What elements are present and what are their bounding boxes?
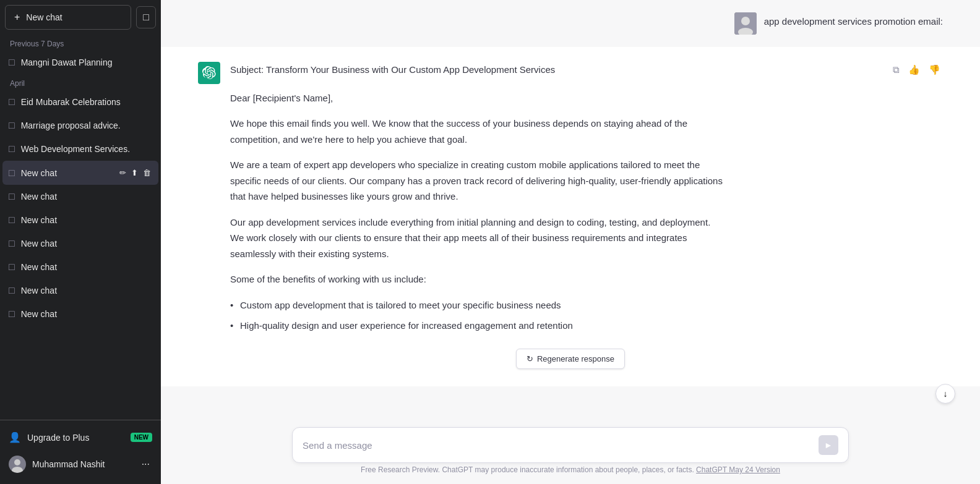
sidebar-item-newchat7[interactable]: □ New chat	[2, 302, 158, 326]
chat-bubble-icon: □	[9, 191, 15, 202]
sidebar-item-label: New chat	[21, 168, 112, 178]
sidebar-item-mangni[interactable]: □ Mangni Dawat Planning	[2, 51, 158, 74]
ai-subject-line: Subject: Transform Your Business with Ou…	[230, 62, 725, 78]
sidebar-bottom: 👤 Upgrade to Plus NEW Muhammad Nashit ··…	[0, 420, 161, 484]
message-input-container: ►	[292, 427, 849, 463]
disclaimer-link[interactable]: ChatGPT May 24 Version	[696, 465, 780, 474]
sidebar-item-label: New chat	[21, 215, 152, 225]
chat-bubble-icon: □	[9, 285, 15, 296]
chat-bubble-icon: □	[9, 143, 15, 155]
sidebar-item-webdev[interactable]: □ Web Development Services.	[2, 137, 158, 161]
chat-bubble-icon: □	[9, 238, 15, 249]
ai-bullet-item-1: Custom app development that is tailored …	[230, 297, 725, 313]
upgrade-label: Upgrade to Plus	[27, 433, 89, 443]
send-icon: ►	[824, 440, 833, 450]
svg-point-1	[14, 459, 20, 465]
svg-point-4	[741, 17, 750, 25]
ai-paragraph-1: We hope this email finds you well. We kn…	[230, 116, 725, 147]
ai-message-wrapper: Subject: Transform Your Business with Ou…	[161, 47, 980, 386]
ai-message-actions: ⧉ 👍 👎	[890, 62, 943, 78]
user-message: app development services promotion email…	[161, 0, 980, 47]
avatar	[9, 456, 26, 473]
regenerate-area: ↻ Regenerate response	[198, 339, 943, 371]
down-arrow-icon: ↓	[943, 389, 948, 399]
ai-message-row: Subject: Transform Your Business with Ou…	[198, 62, 943, 339]
user-menu-button[interactable]: ···	[139, 457, 152, 471]
delete-chat-button[interactable]: 🗑	[142, 167, 152, 179]
main-content: app development services promotion email…	[161, 0, 980, 484]
regenerate-button[interactable]: ↻ Regenerate response	[516, 349, 625, 369]
upgrade-to-plus-button[interactable]: 👤 Upgrade to Plus NEW	[2, 425, 158, 449]
username-label: Muhammad Nashit	[32, 459, 133, 469]
user-avatar	[734, 12, 757, 35]
section-label-previous7days: Previous 7 Days	[2, 35, 158, 51]
chat-bubble-icon: □	[9, 168, 15, 179]
sidebar: + New chat □ Previous 7 Days □ Mangni Da…	[0, 0, 161, 484]
thumbs-down-icon: 👎	[929, 64, 940, 75]
plus-icon: +	[14, 12, 20, 23]
user-message-text: app development services promotion email…	[764, 12, 943, 27]
sidebar-item-newchat4[interactable]: □ New chat	[2, 232, 158, 255]
thumbs-down-button[interactable]: 👎	[926, 62, 943, 78]
ai-bullet-item-2: High-quality design and user experience …	[230, 318, 725, 334]
message-input[interactable]	[303, 438, 814, 452]
ai-content: Subject: Transform Your Business with Ou…	[230, 62, 725, 339]
new-badge: NEW	[131, 433, 152, 442]
sidebar-item-label: Mangni Dawat Planning	[21, 57, 152, 67]
ai-salutation: Dear [Recipient's Name],	[230, 90, 725, 106]
sidebar-item-label: New chat	[21, 239, 152, 248]
input-area: ► Free Research Preview. ChatGPT may pro…	[161, 420, 980, 484]
copy-response-button[interactable]: ⧉	[890, 62, 902, 78]
sidebar-item-label: New chat	[21, 286, 152, 295]
chat-bubble-icon: □	[9, 120, 15, 131]
thumbs-up-button[interactable]: 👍	[906, 62, 922, 78]
sidebar-item-label: Eid Mubarak Celebrations	[21, 97, 152, 107]
new-chat-label: New chat	[26, 12, 62, 22]
chat-bubble-icon: □	[9, 96, 15, 108]
ai-paragraph-4: Some of the benefits of working with us …	[230, 271, 725, 287]
sidebar-item-newchat3[interactable]: □ New chat	[2, 208, 158, 232]
chat-area: app development services promotion email…	[161, 0, 980, 420]
user-icon: 👤	[9, 431, 21, 443]
sidebar-item-newchat6[interactable]: □ New chat	[2, 279, 158, 302]
layout-icon: □	[143, 12, 149, 23]
scroll-down-button[interactable]: ↓	[935, 384, 955, 404]
share-chat-button[interactable]: ⬆	[130, 167, 139, 179]
ai-paragraph-2: We are a team of expert app developers w…	[230, 157, 725, 205]
copy-icon: ⧉	[893, 64, 900, 75]
sidebar-top: + New chat □	[0, 0, 161, 35]
chat-bubble-icon: □	[9, 214, 15, 226]
new-chat-button[interactable]: + New chat	[5, 5, 131, 30]
edit-chat-button[interactable]: ✏	[118, 167, 127, 179]
chat-item-actions: ✏ ⬆ 🗑	[118, 167, 152, 179]
user-message-bubble: app development services promotion email…	[734, 12, 943, 35]
sidebar-item-newchat5[interactable]: □ New chat	[2, 255, 158, 279]
send-button[interactable]: ►	[819, 435, 838, 455]
chat-bubble-icon: □	[9, 261, 15, 273]
sidebar-item-marriage[interactable]: □ Marriage proposal advice.	[2, 114, 158, 137]
chat-bubble-icon: □	[9, 57, 15, 68]
ai-bullet-list: Custom app development that is tailored …	[230, 297, 725, 334]
sidebar-item-newchat1[interactable]: □ New chat ✏ ⬆ 🗑	[2, 161, 158, 185]
ai-response-text: Subject: Transform Your Business with Ou…	[230, 62, 725, 334]
refresh-icon: ↻	[527, 354, 533, 363]
disclaimer-text: Free Research Preview. ChatGPT may produ…	[173, 463, 968, 479]
user-row[interactable]: Muhammad Nashit ···	[2, 449, 158, 479]
sidebar-item-newchat2[interactable]: □ New chat	[2, 185, 158, 208]
sidebar-item-label: Web Development Services.	[21, 144, 152, 154]
sidebar-item-label: New chat	[21, 309, 152, 319]
sidebar-items-list: Previous 7 Days □ Mangni Dawat Planning …	[0, 35, 161, 420]
chatgpt-icon	[198, 62, 220, 84]
chat-bubble-icon: □	[9, 308, 15, 320]
sidebar-item-label: New chat	[21, 192, 152, 202]
sidebar-item-eid[interactable]: □ Eid Mubarak Celebrations	[2, 90, 158, 114]
ai-paragraph-3: Our app development services include eve…	[230, 214, 725, 262]
sidebar-item-label: New chat	[21, 262, 152, 272]
regenerate-label: Regenerate response	[537, 354, 614, 363]
thumbs-up-icon: 👍	[908, 64, 920, 75]
layout-button[interactable]: □	[136, 6, 156, 28]
sidebar-item-label: Marriage proposal advice.	[21, 121, 152, 130]
section-label-april: April	[2, 74, 158, 90]
